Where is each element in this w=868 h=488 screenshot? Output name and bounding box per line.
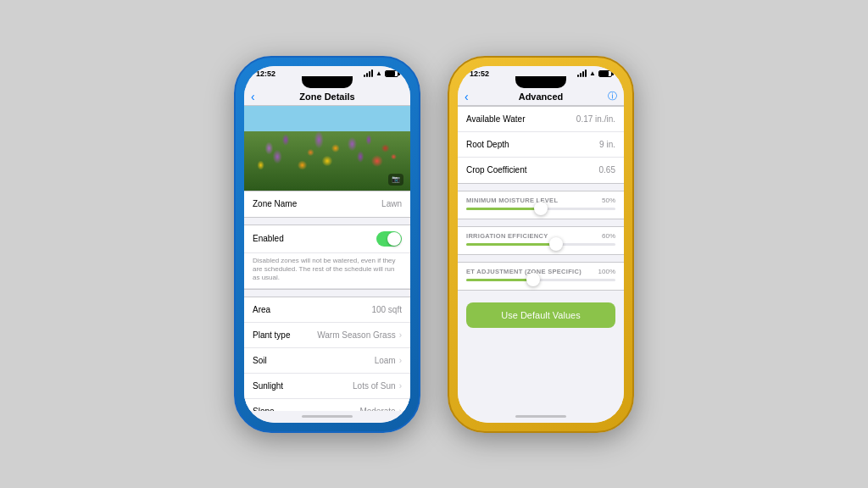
wifi-icon-right: ▲ [589, 69, 596, 77]
chevron-icon: › [399, 356, 402, 365]
irrigation-slider-thumb[interactable] [549, 237, 563, 251]
moisture-slider-fill [466, 208, 541, 210]
chevron-icon: › [399, 381, 402, 391]
available-water-label: Available Water [466, 114, 525, 124]
et-slider-thumb[interactable] [526, 273, 540, 286]
phone-right-screen: 12:52 ▲ ‹ Ad [458, 66, 624, 423]
irrigation-slider-track[interactable] [466, 243, 615, 246]
crop-coeff-value: 0.65 [599, 165, 615, 175]
enabled-note: Disabled zones will not be watered, even… [244, 253, 410, 289]
signal-icon-right [577, 70, 587, 77]
crop-coeff-row: Crop Coefficient 0.65 [458, 158, 624, 183]
et-slider-fill [466, 279, 533, 281]
nav-bar-right: ‹ Advanced ⓘ [458, 88, 624, 106]
et-label: ET ADJUSTMENT (ZONE SPECIFIC) [466, 268, 581, 275]
enabled-toggle[interactable] [376, 231, 402, 247]
irrigation-slider-fill [466, 243, 556, 246]
root-depth-value: 9 in. [599, 140, 615, 149]
home-indicator-right [458, 411, 624, 423]
irrigation-label-row: IRRIGATION EFFICIENCY 60% [466, 232, 615, 240]
available-water-row: Available Water 0.17 in./in. [458, 107, 624, 132]
flower-background [244, 106, 410, 191]
advanced-content: Available Water 0.17 in./in. Root Depth … [458, 106, 624, 411]
phone-left-screen: 12:52 ▲ ‹ Zo [244, 66, 410, 423]
adv-rows-section: Available Water 0.17 in./in. Root Depth … [458, 106, 624, 184]
moisture-pct: 50% [602, 197, 615, 204]
battery-icon [385, 70, 398, 77]
phone-right: 12:52 ▲ ‹ Ad [448, 56, 634, 433]
zone-props-section: Area 100 sqft Plant type Warm Season Gra… [244, 297, 410, 411]
enabled-row: Enabled [244, 225, 410, 253]
enabled-label: Enabled [253, 234, 284, 243]
crop-coeff-label: Crop Coefficient [466, 165, 527, 175]
sunlight-row[interactable]: Sunlight Lots of Sun › [244, 374, 410, 399]
zone-name-row: Zone Name Lawn [244, 191, 410, 217]
irrigation-slider-section: IRRIGATION EFFICIENCY 60% [458, 226, 624, 255]
et-label-row: ET ADJUSTMENT (ZONE SPECIFIC) 100% [466, 268, 615, 275]
plant-type-label: Plant type [253, 330, 290, 340]
status-icons-right: ▲ [577, 69, 612, 77]
soil-label: Soil [253, 356, 267, 365]
signal-icon [364, 70, 373, 77]
moisture-slider-thumb[interactable] [534, 202, 548, 215]
nav-title-right: Advanced [519, 92, 564, 102]
nav-bar-left: ‹ Zone Details [244, 88, 410, 106]
phone-left: 12:52 ▲ ‹ Zo [234, 56, 420, 433]
time-right: 12:52 [470, 69, 489, 78]
camera-icon[interactable]: 📷 [388, 174, 403, 186]
nav-title-left: Zone Details [299, 92, 354, 102]
notch-right [515, 76, 566, 88]
et-pct: 100% [598, 268, 615, 275]
area-label: Area [253, 305, 270, 314]
status-icons-left: ▲ [364, 69, 398, 77]
slope-row[interactable]: Slope Moderate › [244, 399, 410, 411]
sunlight-label: Sunlight [253, 381, 283, 391]
enabled-section: Enabled Disabled zones will not be water… [244, 225, 410, 290]
zone-image: 📷 [244, 106, 410, 191]
irrigation-label: IRRIGATION EFFICIENCY [466, 232, 548, 240]
sunlight-value: Lots of Sun › [353, 381, 402, 391]
wifi-icon: ▲ [376, 69, 382, 77]
available-water-value: 0.17 in./in. [576, 114, 615, 124]
toggle-thumb [387, 232, 401, 246]
info-button[interactable]: ⓘ [608, 90, 617, 103]
soil-row[interactable]: Soil Loam › [244, 348, 410, 374]
use-default-values-button[interactable]: Use Default Values [466, 302, 615, 328]
chevron-icon: › [399, 330, 402, 340]
et-slider-section: ET ADJUSTMENT (ZONE SPECIFIC) 100% [458, 262, 624, 291]
back-button-left[interactable]: ‹ [251, 90, 255, 103]
zone-name-label: Zone Name [253, 199, 297, 208]
back-button-right[interactable]: ‹ [465, 90, 469, 103]
battery-icon-right [598, 70, 612, 77]
soil-value: Loam › [375, 356, 402, 365]
root-depth-label: Root Depth [466, 140, 509, 149]
area-row: Area 100 sqft [244, 297, 410, 323]
notch-left [302, 76, 353, 88]
irrigation-pct: 60% [602, 232, 615, 240]
root-depth-row: Root Depth 9 in. [458, 132, 624, 158]
plant-type-value: Warm Season Grass › [317, 330, 402, 340]
moisture-slider-section: MINIMUM MOISTURE LEVEL 50% [458, 191, 624, 219]
zone-name-value: Lawn [381, 199, 402, 208]
plant-type-row[interactable]: Plant type Warm Season Grass › [244, 323, 410, 348]
home-indicator-left [244, 411, 410, 423]
area-value: 100 sqft [371, 305, 402, 314]
moisture-slider-track[interactable] [466, 208, 615, 210]
zone-name-section: Zone Name Lawn [244, 191, 410, 218]
et-slider-track[interactable] [466, 279, 615, 281]
zone-details-content: Zone Name Lawn Enabled Disabled zones wi… [244, 191, 410, 411]
time-left: 12:52 [256, 69, 275, 78]
